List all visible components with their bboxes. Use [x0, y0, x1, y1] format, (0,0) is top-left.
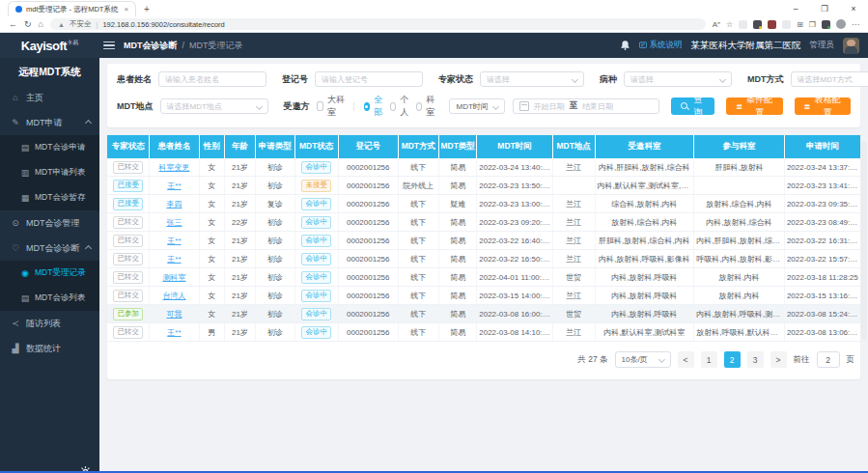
table-row[interactable]: 已转交王**男21岁初诊会诊中0002001256线下简易2022-03-08 … [107, 323, 860, 342]
patient-name-link[interactable]: 测科室 [162, 273, 185, 282]
cell-apply-time: 2022-03-22 15:57:03 [784, 250, 860, 268]
sidebar-item-statistics[interactable]: ▟ 数据统计 [0, 336, 99, 361]
search-button[interactable]: 查询 [671, 97, 714, 115]
patient-name-link[interactable]: 张三 [166, 218, 182, 227]
breadcrumb-root[interactable]: MDT会诊诊断 [124, 40, 178, 52]
radio-all[interactable] [364, 102, 371, 111]
patient-name-link[interactable]: 王** [167, 255, 181, 264]
cell-expert-status: 已转交 [107, 250, 150, 268]
extension-icon[interactable] [822, 20, 830, 29]
cell-age: 21岁 [225, 250, 256, 268]
table-row[interactable]: 已转交科室变更女21岁初诊会诊中0002001256线下简易2022-03-24… [107, 158, 860, 177]
minimize-button[interactable]: – [781, 4, 810, 14]
table-row[interactable]: 已参加可我女21岁初诊会诊中0002001256线下简易2022-03-08 1… [107, 305, 860, 323]
table-row[interactable]: 已转交张三女22岁初诊会诊中0002001256线下简易2022-03-23 0… [107, 213, 860, 232]
patient-name-link[interactable]: 王** [167, 236, 181, 245]
new-tab-button[interactable]: + [144, 3, 150, 16]
sidebar-item-accept-record[interactable]: ◉ MDT受理记录 [0, 261, 99, 286]
sidebar-item-label: MDT会诊申请 [35, 142, 85, 153]
favorite-star-icon[interactable]: ☆ [726, 20, 733, 29]
system-doc-link[interactable]: 系统说明 [639, 40, 683, 51]
chevron-down-icon [719, 75, 726, 82]
radio-all-label[interactable]: 全部 [374, 94, 385, 119]
table-row[interactable]: 已接受李四女21岁复诊会诊中0002001256线下疑难2022-03-23 1… [107, 195, 860, 213]
browser-tab[interactable]: mdt受理记录 - 远程MDT系统 × [8, 1, 136, 16]
user-avatar[interactable] [843, 38, 859, 54]
cell-apply-type: 初诊 [255, 305, 294, 323]
refresh-icon[interactable]: ↻ [24, 19, 32, 29]
sidebar-collapse-icon[interactable] [103, 42, 115, 50]
cell-patient-name: 张三 [150, 213, 199, 232]
dept-checkbox-label[interactable]: 大科室 [327, 94, 345, 119]
sidebar-item-mdt-apply[interactable]: ✎ MDT申请 [0, 110, 99, 135]
sidebar-item-home[interactable]: ⌂ 主页 [0, 85, 99, 110]
disease-select[interactable]: 请选择 [624, 71, 732, 87]
cell-mdt-place: 世贸 [552, 305, 595, 323]
next-page-button[interactable]: > [770, 351, 787, 368]
table-config-button[interactable]: ≣ 表格配置 [795, 97, 851, 115]
expert-status-select[interactable]: 请选择 [480, 71, 584, 87]
extension-icon[interactable] [753, 20, 762, 29]
sidebar-item-followup-list[interactable]: ≺ 随访列表 [0, 311, 99, 336]
table-row[interactable]: 已转交王**女21岁初诊会诊中0002001256线下简易2022-03-22 … [107, 250, 860, 268]
back-icon[interactable]: ← [9, 19, 17, 29]
sidebar-item-consult-apply[interactable]: ▤ MDT会诊申请 [0, 135, 99, 160]
table-row[interactable]: 已转交台湾人女21岁初诊会诊中0002001256线下简易2022-03-15 … [107, 287, 860, 305]
cell-expert-status: 已转交 [107, 232, 150, 250]
patient-name-link[interactable]: 王** [167, 181, 181, 190]
browser-profile-avatar[interactable] [836, 19, 846, 29]
patient-name-input[interactable]: 请输入患者姓名 [158, 71, 266, 87]
table-row[interactable]: 已转交王**女21岁初诊会诊中0002001256线下简易2022-03-22 … [107, 232, 860, 250]
mdt-place-select[interactable]: 请选择MDT地点 [160, 98, 268, 114]
bell-icon[interactable] [620, 40, 630, 51]
extension-icon[interactable] [782, 20, 791, 29]
page-size-value: 10条/页 [622, 354, 648, 365]
page-size-select[interactable]: 10条/页 [615, 351, 671, 368]
patient-name-link[interactable]: 科室变更 [158, 163, 189, 172]
reg-no-input[interactable]: 请输入登记号 [315, 71, 423, 87]
url-text: 192.168.0.156:9002/consultate/record [102, 20, 224, 29]
radio-personal-label[interactable]: 个人 [400, 94, 411, 119]
sidebar-item-consult-draft[interactable]: ▦ MDT会诊暂存 [0, 185, 99, 210]
sidebar-item-consult-manage[interactable]: ⊙ MDT会诊管理 [0, 210, 99, 236]
extension-icon[interactable] [768, 20, 776, 29]
dept-checkbox[interactable] [317, 101, 323, 111]
scrollbar[interactable] [861, 141, 867, 340]
browser-menu-icon[interactable]: ⋯ [852, 20, 859, 29]
goto-page-input[interactable] [817, 351, 840, 368]
date-range-picker[interactable]: 开始日期 至 结束日期 [513, 98, 659, 114]
patient-name-link[interactable]: 台湾人 [162, 292, 185, 300]
sidebar-item-consult-list[interactable]: ▤ MDT会诊列表 [0, 286, 99, 311]
condition-config-button[interactable]: ≣ 条件配置 [726, 97, 782, 115]
cell-invited-depts: 放射科,综合科,内科 [595, 213, 694, 232]
home-icon[interactable]: ⌂ [39, 19, 43, 29]
read-aloud-icon[interactable]: A″ [713, 20, 720, 29]
radio-dept[interactable] [416, 102, 423, 111]
prev-page-button[interactable]: < [678, 351, 694, 368]
table-row[interactable]: 已转交测科室女21岁初诊会诊中0002001256线下简易2022-04-01 … [107, 268, 860, 287]
radio-personal[interactable] [390, 102, 397, 111]
mdt-mode-select[interactable]: 请选择MDT方式 [791, 71, 868, 87]
split-screen-icon[interactable]: ❒ [809, 20, 816, 29]
table-row[interactable]: 已接受王**女21岁初诊未接受0002001256院外线上简易2022-03-2… [107, 177, 860, 195]
sidebar-item-consult-diagnosis[interactable]: ♡ MDT会诊诊断 [0, 236, 99, 261]
radio-dept-label[interactable]: 科室 [426, 94, 437, 119]
url-field[interactable]: ▲ 不安全 | 192.168.0.156:9002/consultate/re… [50, 18, 706, 30]
cell-apply-type: 初诊 [255, 287, 294, 305]
filter-panel: 患者姓名 请输入患者姓名 登记号 请输入登记号 专家状态 请选择 病种 请选择 [107, 64, 860, 127]
patient-name-link[interactable]: 王** [167, 328, 181, 337]
time-type-select[interactable]: MDT时间 [449, 98, 505, 114]
patient-name-link[interactable]: 可我 [166, 310, 182, 319]
page-button-3[interactable]: 3 [747, 351, 764, 368]
sidebar: 远程MDT系统 ⌂ 主页 ✎ MDT申请 ▤ MDT会诊申请 ▥ MDT申请列表 [0, 58, 99, 473]
page-button-1[interactable]: 1 [701, 351, 717, 368]
page-button-2[interactable]: 2 [724, 351, 741, 368]
collections-icon[interactable]: ⊞ [797, 20, 803, 29]
extension-icon[interactable] [739, 20, 747, 29]
tab-close-icon[interactable]: × [124, 5, 128, 14]
close-window-button[interactable]: × [839, 4, 868, 14]
maximize-button[interactable]: ❐ [810, 4, 839, 14]
sidebar-item-apply-list[interactable]: ▥ MDT申请列表 [0, 160, 99, 185]
patient-name-link[interactable]: 李四 [166, 200, 182, 209]
cell-expert-status: 已参加 [107, 305, 150, 323]
